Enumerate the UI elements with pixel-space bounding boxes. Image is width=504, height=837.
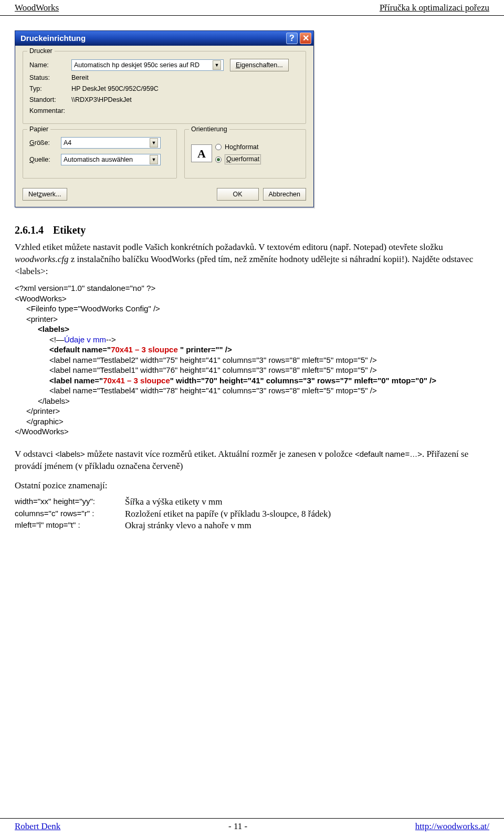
code-line: <default name="70x41 – 3 sloupce " print… <box>15 344 489 355</box>
paper-size-select[interactable]: A4 ▼ <box>61 137 161 149</box>
paper-size-value: A4 <box>64 139 71 148</box>
orientation-icon: A <box>191 144 212 162</box>
group-orientation-legend: Orientierung <box>189 125 229 134</box>
section-heading: 2.6.1.4Etikety <box>15 223 489 237</box>
xml-code-block: <?xml version="1.0" standalone="no" ?> <… <box>15 283 489 437</box>
paper-size-label: Größe: <box>29 139 61 148</box>
code-line: <Fileinfo type="WoodWorks Config" /> <box>15 304 489 314</box>
header-left: WoodWorks <box>15 2 59 14</box>
chevron-down-icon[interactable]: ▼ <box>213 60 221 70</box>
group-paper-legend: Papier <box>27 125 50 134</box>
group-printer-legend: Drucker <box>27 47 55 56</box>
code-line: <labels> <box>15 324 489 334</box>
chevron-down-icon[interactable]: ▼ <box>150 138 158 148</box>
def-value: Šířka a výška etikety v mm <box>125 496 489 508</box>
orientation-portrait-radio[interactable]: Hochformat <box>215 143 299 152</box>
orientation-portrait-label: Hochformat <box>225 143 259 152</box>
dialog-titlebar: Druckeinrichtung ? ✕ <box>15 31 313 46</box>
group-orientation: Orientierung A Hochformat <box>184 129 306 179</box>
orientation-landscape-label: Querformat <box>225 154 261 164</box>
print-setup-dialog: Druckeinrichtung ? ✕ Drucker Name: Autom… <box>15 30 489 208</box>
paper-source-label: Quelle: <box>29 155 61 164</box>
printer-status-label: Status: <box>29 74 71 82</box>
cancel-button[interactable]: Abbrechen <box>263 188 306 201</box>
printer-comment-label: Kommentar: <box>29 107 71 116</box>
def-key: columns="c" rows="r" : <box>15 508 125 520</box>
code-line: </WoodWorks> <box>15 426 489 437</box>
paragraph-2: V odstavci <labels> můžete nastavit více… <box>15 448 489 473</box>
header-right: Příručka k optimalizaci pořezu <box>380 2 489 14</box>
section-title: Etikety <box>53 224 86 236</box>
code-line: <label name="Testlabel1" width="76" heig… <box>15 365 489 375</box>
chevron-down-icon[interactable]: ▼ <box>150 155 158 164</box>
code-line: <label name="Testlabel4" width="78" heig… <box>15 385 489 396</box>
printer-status-value: Bereit <box>71 74 89 82</box>
printer-type-value: HP DeskJet 950C/952C/959C <box>71 85 159 93</box>
def-value: Okraj stránky vlevo a nahoře v mm <box>125 520 489 532</box>
def-key: width="xx" height="yy": <box>15 496 125 508</box>
definitions-table: width="xx" height="yy": Šířka a výška et… <box>15 496 489 532</box>
page-body: Druckeinrichtung ? ✕ Drucker Name: Autom… <box>0 16 504 574</box>
def-key: mleft="l" mtop="t" : <box>15 520 125 532</box>
printer-name-value: Automatisch hp deskjet 950c series auf R… <box>74 61 200 70</box>
group-printer: Drucker Name: Automatisch hp deskjet 950… <box>23 51 306 124</box>
printer-type-label: Typ: <box>29 85 71 93</box>
code-line: </graphic> <box>15 416 489 427</box>
code-line: <!—Údaje v mm--> <box>15 334 489 345</box>
code-line: <printer> <box>15 314 489 325</box>
table-row: columns="c" rows="r" : Rozložení etiket … <box>15 508 489 520</box>
code-line: <WoodWorks> <box>15 294 489 304</box>
table-row: width="xx" height="yy": Šířka a výška et… <box>15 496 489 508</box>
close-button[interactable]: ✕ <box>300 33 311 44</box>
code-line: </printer> <box>15 406 489 416</box>
printer-name-label: Name: <box>29 61 71 70</box>
group-paper: Papier Größe: A4 ▼ Quelle: Automatisch a <box>23 129 177 179</box>
orientation-landscape-radio[interactable]: Querformat <box>215 154 299 164</box>
table-row: mleft="l" mtop="t" : Okraj stránky vlevo… <box>15 520 489 532</box>
def-value: Rozložení etiket na papíře (v příkladu 3… <box>125 508 489 520</box>
code-line: <label name="70x41 – 3 sloupce" width="7… <box>15 375 489 386</box>
code-line: </labels> <box>15 396 489 406</box>
code-line: <?xml version="1.0" standalone="no" ?> <box>15 283 489 294</box>
printer-location-label: Standort: <box>29 96 71 104</box>
paper-source-value: Automatisch auswählen <box>64 155 133 164</box>
ok-button[interactable]: OK <box>217 188 259 201</box>
properties-button[interactable]: Eigenschaften... <box>230 59 289 71</box>
paragraph-1: Vzhled etiket můžete nastavit podle Vaši… <box>15 242 489 278</box>
code-line: <label name="Testlabel2" width="75" heig… <box>15 355 489 365</box>
help-button[interactable]: ? <box>286 33 298 44</box>
dialog-title: Druckeinrichtung <box>20 33 86 44</box>
paragraph-3: Ostatní pozice znamenají: <box>15 480 489 492</box>
section-number: 2.6.1.4 <box>15 224 44 236</box>
filename: woodworks.cfg <box>15 254 68 264</box>
network-button[interactable]: Netzwerk... <box>23 188 67 201</box>
printer-name-select[interactable]: Automatisch hp deskjet 950c series auf R… <box>71 59 224 71</box>
paper-source-select[interactable]: Automatisch auswählen ▼ <box>61 154 161 165</box>
printer-location-value: \\RDXP3\HPDeskJet <box>71 96 132 104</box>
